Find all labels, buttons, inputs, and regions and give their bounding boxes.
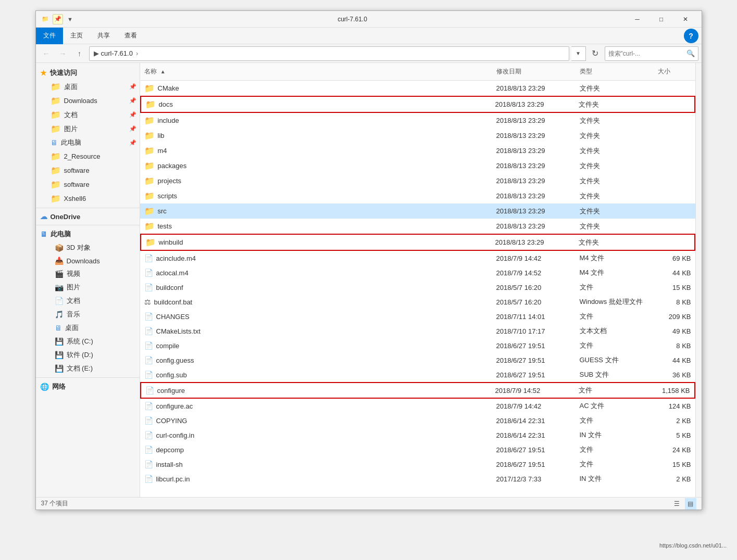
file-date-col: 2018/8/13 23:29 (492, 221, 576, 232)
col-type[interactable]: 类型 (576, 65, 654, 78)
menu-view[interactable]: 查看 (117, 28, 144, 44)
sidebar-item-drive-e[interactable]: 💾 文档 (E:) (36, 362, 140, 375)
back-button[interactable]: ← (39, 46, 54, 61)
sidebar-item-music[interactable]: 🎵 音乐 (36, 308, 140, 321)
table-row[interactable]: 📄 CHANGES 2018/7/11 14:01 文件 209 KB (140, 309, 695, 324)
table-row[interactable]: 📁 projects 2018/8/13 23:29 文件夹 (140, 173, 695, 188)
table-row[interactable]: 📁 docs 2018/8/13 23:29 文件夹 (140, 96, 695, 113)
file-type-col: 文件 (576, 339, 654, 352)
table-row[interactable]: 📄 libcurl.pc.in 2017/12/3 7:33 IN 文件 2 K… (140, 472, 695, 486)
file-date-col: 2017/12/3 7:33 (492, 474, 576, 485)
sidebar-item-software1[interactable]: 📁 software (36, 163, 140, 177)
file-name: CMake (158, 84, 179, 92)
file-date-col: 2018/6/27 19:51 (492, 355, 576, 366)
maximize-button[interactable]: □ (649, 11, 673, 28)
sidebar: ★ 快速访问 📁 桌面 📌 📁 Downloads 📌 📁 文档 📌 📁 图片 (36, 63, 140, 497)
sidebar-network[interactable]: 🌐 网络 (36, 380, 140, 393)
dropdown-icon-small[interactable]: ▼ (65, 14, 76, 24)
main-content: ★ 快速访问 📁 桌面 📌 📁 Downloads 📌 📁 文档 📌 📁 图片 (36, 63, 702, 497)
sidebar-item-drive-d[interactable]: 💾 软件 (D:) (36, 348, 140, 362)
sidebar-item-pictures-pc[interactable]: 📷 图片 (36, 281, 140, 294)
file-name-col: 📄 configure (141, 385, 491, 396)
table-row[interactable]: 📁 m4 2018/8/13 23:29 文件夹 (140, 143, 695, 158)
search-input[interactable] (608, 50, 684, 57)
close-button[interactable]: ✕ (673, 11, 697, 28)
up-button[interactable]: ↑ (72, 46, 87, 61)
table-row[interactable]: 📁 src 2018/8/13 23:29 文件夹 (140, 203, 695, 219)
help-button[interactable]: ? (684, 29, 698, 43)
table-row[interactable]: 📄 aclocal.m4 2018/7/9 14:52 M4 文件 44 KB (140, 265, 695, 280)
sidebar-item-documents-pc[interactable]: 📄 文档 (36, 294, 140, 308)
sidebar-onedrive[interactable]: ☁ OneDrive (36, 210, 140, 223)
file-name: depcomp (156, 446, 184, 454)
table-row[interactable]: 📁 scripts 2018/8/13 23:29 文件夹 (140, 188, 695, 203)
col-size[interactable]: 大小 (654, 65, 695, 78)
sidebar-item-computer[interactable]: 🖥 此电脑 📌 (36, 136, 140, 149)
file-date-col: 2018/7/11 14:01 (492, 311, 576, 322)
table-row[interactable]: 📄 CMakeLists.txt 2018/7/10 17:17 文本文档 49… (140, 324, 695, 338)
file-size-col (654, 210, 695, 213)
table-row[interactable]: 📁 winbuild 2018/8/13 23:29 文件夹 (140, 234, 695, 251)
file-name-col: 📁 include (140, 114, 492, 127)
search-icon[interactable]: 🔍 (686, 49, 695, 57)
file-date-col: 2018/8/13 23:29 (492, 160, 576, 171)
table-row[interactable]: 📄 depcomp 2018/6/27 19:51 文件 24 KB (140, 442, 695, 457)
folder-icon: 📁 (144, 176, 155, 186)
address-path[interactable]: ▶ curl-7.61.0 › (89, 46, 569, 61)
address-dropdown-button[interactable]: ▼ (571, 46, 586, 61)
sidebar-item-2resource[interactable]: 📁 2_Resource (36, 149, 140, 163)
table-row[interactable]: 📄 configure.ac 2018/7/9 14:42 AC 文件 124 … (140, 399, 695, 413)
sidebar-this-pc[interactable]: 🖥 此电脑 (36, 227, 140, 241)
view-detail-button[interactable]: ▤ (685, 498, 696, 510)
sidebar-item-xshell6[interactable]: 📁 Xshell6 (36, 192, 140, 206)
minimize-button[interactable]: ─ (626, 11, 649, 28)
forward-button[interactable]: → (56, 46, 70, 61)
sidebar-quick-access[interactable]: ★ 快速访问 (36, 66, 140, 80)
menu-file[interactable]: 文件 (36, 28, 63, 44)
table-row[interactable]: 📄 buildconf 2018/5/7 16:20 文件 15 KB (140, 280, 695, 295)
col-name[interactable]: 名称 ▲ (140, 65, 492, 78)
file-name: lib (158, 132, 165, 139)
folder-icon: 📁 (145, 99, 156, 109)
scrollbar-track[interactable] (695, 63, 702, 497)
sidebar-item-3d[interactable]: 📦 3D 对象 (36, 241, 140, 254)
table-row[interactable]: 📄 config.sub 2018/6/27 19:51 SUB 文件 36 K… (140, 367, 695, 382)
table-row[interactable]: 📄 install-sh 2018/6/27 19:51 文件 15 KB (140, 457, 695, 472)
table-row[interactable]: 📄 compile 2018/6/27 19:51 文件 8 KB (140, 338, 695, 353)
menu-share[interactable]: 共享 (90, 28, 117, 44)
sidebar-item-drive-c[interactable]: 💾 系统 (C:) (36, 335, 140, 348)
table-row[interactable]: ⚖ buildconf.bat 2018/5/7 16:20 Windows 批… (140, 295, 695, 309)
view-list-button[interactable]: ☰ (671, 498, 683, 510)
sidebar-item-downloads[interactable]: 📁 Downloads 📌 (36, 94, 140, 108)
table-row[interactable]: 📄 configure 2018/7/9 14:52 文件 1,158 KB (140, 382, 695, 399)
file-date-col: 2018/7/9 14:52 (491, 385, 574, 396)
file-date-col: 2018/8/13 23:29 (492, 83, 576, 94)
sidebar-item-desktop-pc[interactable]: 🖥 桌面 (36, 321, 140, 335)
table-row[interactable]: 📄 curl-config.in 2018/6/14 22:31 IN 文件 5… (140, 428, 695, 442)
table-row[interactable]: 📁 lib 2018/8/13 23:29 文件夹 (140, 128, 695, 143)
sidebar-item-documents[interactable]: 📁 文档 📌 (36, 108, 140, 122)
sidebar-item-software2[interactable]: 📁 software (36, 177, 140, 192)
menu-home[interactable]: 主页 (63, 28, 90, 44)
folder-icon: 📁 (144, 206, 155, 216)
table-row[interactable]: 📁 CMake 2018/8/13 23:29 文件夹 (140, 81, 695, 96)
file-type-col: 文件夹 (576, 145, 654, 157)
file-icon: 📄 (144, 460, 153, 468)
table-row[interactable]: 📄 acinclude.m4 2018/7/9 14:42 M4 文件 69 K… (140, 251, 695, 265)
sidebar-item-video[interactable]: 🎬 视频 (36, 267, 140, 281)
table-row[interactable]: 📁 include 2018/8/13 23:29 文件夹 (140, 113, 695, 128)
sidebar-item-downloads-pc[interactable]: 📥 Downloads (36, 254, 140, 267)
file-name-col: 📄 depcomp (140, 444, 492, 455)
folder-icon: 📁 (144, 83, 155, 93)
table-row[interactable]: 📄 config.guess 2018/6/27 19:51 GUESS 文件 … (140, 353, 695, 367)
col-date[interactable]: 修改日期 (492, 65, 576, 78)
file-date-col: 2018/6/14 22:31 (492, 415, 576, 426)
table-row[interactable]: 📁 packages 2018/8/13 23:29 文件夹 (140, 158, 695, 173)
refresh-button[interactable]: ↻ (588, 46, 603, 61)
sidebar-item-pictures[interactable]: 📁 图片 📌 (36, 122, 140, 136)
sidebar-item-desktop[interactable]: 📁 桌面 📌 (36, 80, 140, 94)
file-date-col: 2018/7/10 17:17 (492, 326, 576, 337)
table-row[interactable]: 📁 tests 2018/8/13 23:29 文件夹 (140, 219, 695, 234)
table-row[interactable]: 📄 COPYING 2018/6/14 22:31 文件 2 KB (140, 413, 695, 428)
menu-bar: 文件 主页 共享 查看 ? (36, 28, 702, 44)
